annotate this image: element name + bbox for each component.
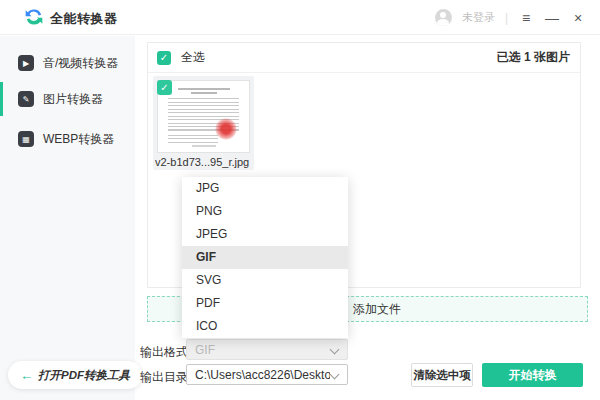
file-list-header: ✓ 全选 已选 1 张图片 — [148, 43, 580, 73]
sidebar-item-label: WEBP转换器 — [43, 131, 114, 148]
selected-count-text: 已选 1 张图片 — [497, 49, 570, 66]
sidebar-item-image-converter[interactable]: ✎ 图片转换器 — [0, 82, 135, 116]
open-pdf-tool-label: 打开PDF转换工具 — [38, 368, 130, 383]
video-converter-icon: ▶ — [18, 55, 34, 71]
sidebar-item-audio-video-converter[interactable]: ▶ 音/视频转换器 — [0, 46, 135, 80]
active-indicator — [0, 46, 3, 80]
format-dropdown-menu: JPG PNG JPEG GIF SVG PDF ICO — [182, 177, 348, 338]
output-directory-value: C:\Users\acc8226\Desktop — [195, 368, 330, 382]
titlebar-separator: | — [505, 11, 508, 25]
login-status[interactable]: 未登录 — [462, 10, 495, 25]
format-option-png[interactable]: PNG — [182, 200, 348, 223]
format-option-jpg[interactable]: JPG — [182, 177, 348, 200]
format-option-gif[interactable]: GIF — [182, 246, 348, 269]
output-directory-select[interactable]: C:\Users\acc8226\Desktop — [186, 364, 348, 385]
image-converter-icon: ✎ — [18, 91, 34, 107]
sidebar-item-webp-converter[interactable]: ▦ WEBP转换器 — [0, 122, 135, 156]
app-logo-icon — [24, 7, 44, 27]
chevron-down-icon — [330, 345, 339, 354]
open-pdf-tool-button[interactable]: ← 打开PDF转换工具 — [8, 361, 142, 389]
output-format-label: 输出格式: — [140, 344, 191, 361]
select-all-label[interactable]: 全选 — [181, 49, 205, 66]
start-convert-button[interactable]: 开始转换 — [482, 363, 583, 387]
format-option-pdf[interactable]: PDF — [182, 292, 348, 315]
format-option-jpeg[interactable]: JPEG — [182, 223, 348, 246]
output-directory-label: 输出目录: — [140, 369, 191, 386]
active-indicator — [0, 122, 3, 156]
back-arrow-icon: ← — [20, 368, 33, 383]
output-format-value: GIF — [195, 343, 330, 357]
sidebar-item-label: 音/视频转换器 — [43, 55, 118, 72]
select-all-checkbox[interactable]: ✓ — [157, 51, 171, 65]
format-option-ico[interactable]: ICO — [182, 315, 348, 338]
sidebar: ▶ 音/视频转换器 ✎ 图片转换器 ▦ WEBP转换器 — [0, 36, 135, 400]
sidebar-item-label: 图片转换器 — [43, 91, 103, 108]
webp-converter-icon: ▦ — [18, 131, 34, 147]
file-selected-checkbox[interactable]: ✓ — [157, 80, 172, 95]
close-icon[interactable]: × — [570, 11, 586, 25]
red-seal-stamp — [215, 118, 237, 140]
user-avatar-icon[interactable] — [435, 9, 452, 26]
titlebar: 全能转换器 未登录 | ≡ — × — [0, 0, 600, 35]
output-format-select[interactable]: GIF — [186, 339, 348, 360]
chevron-down-icon — [330, 370, 339, 379]
app-title: 全能转换器 — [50, 10, 118, 28]
format-option-svg[interactable]: SVG — [182, 269, 348, 292]
clear-selected-button[interactable]: 清除选中项 — [411, 363, 473, 387]
add-files-label: 添加文件 — [353, 301, 401, 318]
menu-icon[interactable]: ≡ — [518, 11, 534, 25]
minimize-icon[interactable]: — — [544, 11, 560, 25]
active-indicator — [0, 82, 3, 116]
app-window: 全能转换器 未登录 | ≡ — × ▶ 音/视频转换器 ✎ 图片转换器 ▦ WE… — [0, 0, 600, 400]
file-name: v2-b1d73...95_r.jpg — [155, 156, 252, 168]
file-card[interactable]: ✓ v2-b1d73...95_r.jpg — [153, 76, 254, 170]
